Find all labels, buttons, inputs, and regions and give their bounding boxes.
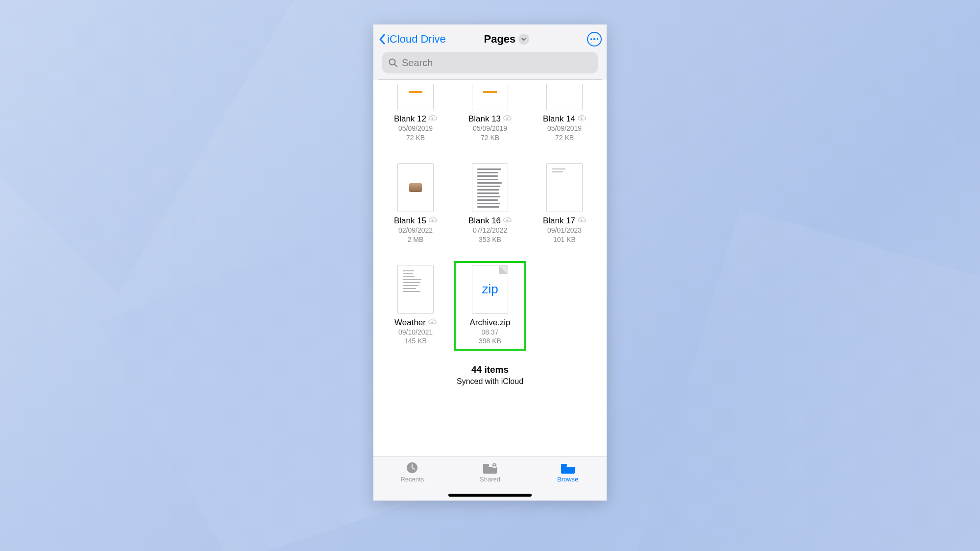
nav-row: iCloud Drive Pages (378, 28, 602, 50)
file-date: 07/12/2022 (473, 226, 507, 235)
page-fold-icon (499, 265, 508, 274)
sync-status: Synced with iCloud (379, 377, 601, 386)
title-dropdown-button[interactable] (518, 34, 529, 45)
file-item[interactable]: Blank 1607/12/2022353 KB (454, 159, 526, 249)
file-size: 145 KB (404, 336, 427, 346)
cloud-download-icon (503, 115, 512, 123)
more-options-button[interactable] (587, 32, 602, 47)
shared-folder-icon (482, 461, 498, 475)
item-count: 44 items (379, 364, 601, 375)
file-item[interactable]: zipArchive.zip08:37398 KB (454, 261, 526, 351)
cloud-download-icon (503, 216, 512, 225)
svg-rect-6 (561, 464, 567, 466)
pages-app-icon (409, 84, 422, 93)
file-size: 398 KB (479, 336, 501, 346)
search-bar (378, 50, 602, 79)
cloud-download-icon (428, 216, 437, 225)
file-date: 05/09/2019 (398, 124, 433, 133)
status-block: 44 items Synced with iCloud (379, 351, 601, 393)
svg-line-1 (394, 64, 397, 67)
file-size: 353 KB (479, 235, 501, 244)
file-size: 72 KB (555, 133, 574, 143)
file-size: 101 KB (553, 235, 576, 244)
tab-bar: Recents Shared Browse (373, 456, 607, 501)
file-date: 05/09/2019 (473, 124, 507, 133)
file-item[interactable]: Blank 1709/01/2023101 KB (528, 159, 601, 249)
tab-recents-label: Recents (400, 476, 424, 483)
home-indicator[interactable] (448, 494, 532, 497)
file-name: Blank 17 (543, 216, 575, 226)
file-date: 02/09/2022 (398, 226, 433, 235)
nav-title-group: Pages (429, 33, 584, 46)
file-size: 72 KB (406, 133, 425, 143)
file-item[interactable]: Blank 1205/09/201972 KB (379, 80, 452, 147)
cloud-download-icon (428, 318, 437, 327)
file-size: 2 MB (408, 235, 424, 244)
file-date: 09/01/2023 (547, 226, 582, 235)
navigation-bar: iCloud Drive Pages (373, 24, 607, 80)
chevron-down-icon (521, 36, 527, 42)
file-grid-scroll[interactable]: Blank 1205/09/201972 KBBlank 1305/09/201… (373, 80, 607, 456)
search-icon (388, 58, 398, 68)
file-name: Blank 15 (394, 216, 426, 226)
chevron-left-icon (378, 33, 386, 45)
search-field[interactable] (382, 52, 598, 73)
image-thumbnail-icon (409, 183, 422, 192)
svg-rect-3 (483, 464, 489, 466)
cloud-download-icon (428, 115, 437, 123)
tab-browse[interactable]: Browse (529, 457, 607, 501)
file-name: Weather (394, 318, 426, 328)
file-name: Archive.zip (469, 318, 510, 328)
file-name: Blank 13 (468, 114, 501, 124)
ellipsis-icon (590, 38, 599, 40)
cloud-download-icon (577, 115, 586, 123)
file-name: Blank 12 (394, 114, 426, 124)
page-title: Pages (484, 33, 516, 46)
files-app-window: iCloud Drive Pages Bl (373, 24, 607, 501)
file-name: Blank 16 (468, 216, 501, 226)
tab-recents[interactable]: Recents (373, 457, 451, 501)
file-date: 09/10/2021 (398, 328, 433, 337)
file-item[interactable]: Blank 1305/09/201972 KB (454, 80, 526, 147)
tab-shared-label: Shared (480, 476, 500, 483)
file-grid: Blank 1205/09/201972 KBBlank 1305/09/201… (379, 80, 601, 351)
zip-glyph: zip (482, 282, 498, 297)
file-name: Blank 14 (543, 114, 575, 124)
clock-icon (405, 461, 419, 475)
folder-icon (560, 461, 576, 475)
cloud-download-icon (577, 216, 586, 225)
file-date: 08:37 (481, 328, 498, 337)
file-item[interactable]: Weather09/10/2021145 KB (379, 261, 452, 351)
file-item[interactable]: Blank 1502/09/20222 MB (379, 159, 452, 249)
search-input[interactable] (402, 57, 592, 69)
pages-app-icon (483, 84, 497, 93)
tab-browse-label: Browse (557, 476, 578, 483)
file-item[interactable]: Blank 1405/09/201972 KB (528, 80, 601, 147)
svg-point-5 (493, 464, 495, 465)
file-date: 05/09/2019 (547, 124, 582, 133)
file-size: 72 KB (481, 133, 499, 143)
